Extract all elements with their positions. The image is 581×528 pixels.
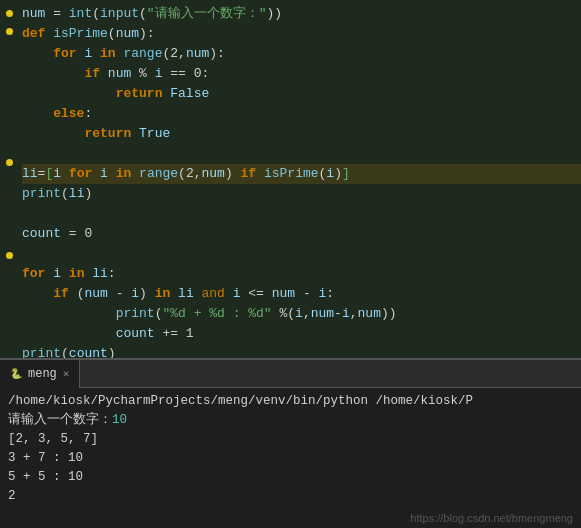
terminal-path-text: /home/kiosk/PycharmProjects/meng/venv/bi… [8, 394, 473, 408]
terminal-output-line-1: [2, 3, 5, 7] [8, 430, 573, 449]
code-line-18: print(count) [22, 344, 581, 358]
terminal-prompt: 请输入一个数字： [8, 411, 112, 430]
code-line-11 [22, 204, 581, 224]
code-line-15: if (num - i) in li and i <= num - i: [22, 284, 581, 304]
terminal-input-line: 请输入一个数字：10 [8, 411, 573, 430]
watermark: https://blog.csdn.net/bmengmeng [410, 512, 573, 524]
code-line-1: num = int(input("请输入一个数字：")) [22, 4, 581, 24]
code-line-5: return False [22, 84, 581, 104]
terminal-close-button[interactable]: ✕ [63, 367, 70, 380]
code-line-6: else: [22, 104, 581, 124]
code-line-13 [22, 244, 581, 264]
terminal-tab-bar: 🐍 meng ✕ [0, 360, 581, 388]
code-line-8 [22, 144, 581, 164]
code-line-3: for i in range(2,num): [22, 44, 581, 64]
terminal-output-line-4: 2 [8, 487, 573, 506]
code-line-17: count += 1 [22, 324, 581, 344]
code-lines: num = int(input("请输入一个数字：")) def isPrime… [18, 0, 581, 358]
gutter [0, 0, 18, 358]
code-line-4: if num % i == 0: [22, 64, 581, 84]
code-line-9: li=[i for i in range(2,num) if isPrime(i… [22, 164, 581, 184]
terminal-output-line-2: 3 + 7 : 10 [8, 449, 573, 468]
terminal-tab-label: meng [28, 367, 57, 381]
code-line-12: count = 0 [22, 224, 581, 244]
terminal-content: /home/kiosk/PycharmProjects/meng/venv/bi… [0, 388, 581, 510]
code-line-7: return True [22, 124, 581, 144]
terminal-tab-meng[interactable]: 🐍 meng ✕ [0, 360, 80, 388]
terminal-input-value: 10 [112, 411, 127, 430]
code-line-2: def isPrime(num): [22, 24, 581, 44]
terminal-icon: 🐍 [10, 368, 22, 380]
terminal-panel[interactable]: 🐍 meng ✕ /home/kiosk/PycharmProjects/men… [0, 360, 581, 528]
code-line-14: for i in li: [22, 264, 581, 284]
code-editor[interactable]: num = int(input("请输入一个数字：")) def isPrime… [0, 0, 581, 360]
terminal-path-line: /home/kiosk/PycharmProjects/meng/venv/bi… [8, 392, 573, 411]
code-line-10: print(li) [22, 184, 581, 204]
code-line-16: print("%d + %d : %d" %(i,num-i,num)) [22, 304, 581, 324]
terminal-output-line-3: 5 + 5 : 10 [8, 468, 573, 487]
